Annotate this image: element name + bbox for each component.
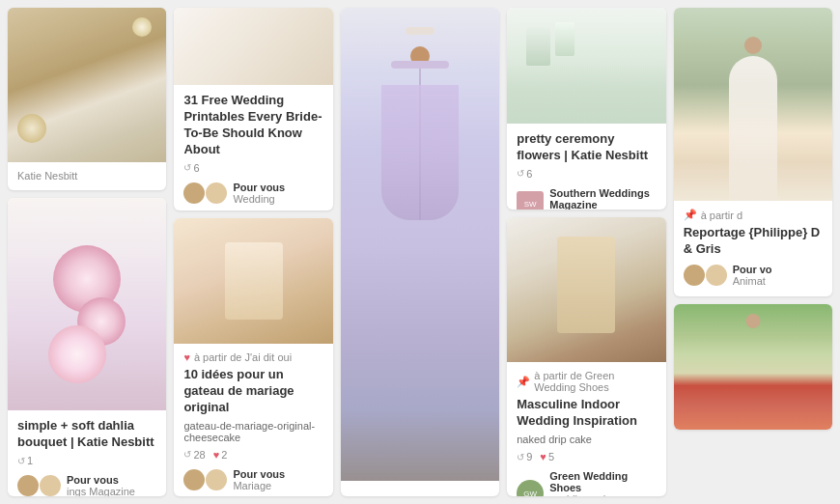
card-dress-image [341, 8, 499, 481]
card-gateau[interactable]: ♥ à partir de J'ai dit oui 10 idées pour… [174, 218, 332, 496]
dahlia-avatar [17, 475, 61, 496]
ceremony-avatar: SW [517, 191, 544, 210]
card-dahlia-user: Pour vous ings Magazine [17, 474, 156, 496]
card-dahlia-body: simple + soft dahlia bouquet | Katie Nes… [8, 410, 166, 496]
card-redshirt[interactable] [674, 304, 832, 430]
masculine-user-board: wedding cake + sweets [549, 493, 656, 496]
printables-avatar [183, 182, 227, 204]
dahlia-user-name: Pour vous [67, 474, 135, 486]
printables-repins: ↺ 6 [183, 162, 199, 174]
column-3 [341, 8, 499, 496]
card-gateau-image [174, 218, 332, 344]
card-dress[interactable] [341, 8, 499, 496]
repin-icon-2: ↺ [183, 162, 191, 173]
card-masculine-title: Masculine Indoor Wedding Inspiration [517, 397, 656, 430]
dahlia-repins: ↺ 1 [17, 455, 33, 466]
card-masculine-user: GW Green Wedding Shoes wedding cake + sw… [517, 470, 656, 496]
card-printables-image [174, 8, 332, 85]
gateau-user-name: Pour vous [233, 468, 285, 480]
card-printables-stats: ↺ 6 [183, 162, 322, 174]
gateau-likes: ♥ 2 [213, 449, 228, 461]
card-masculine-body: 📌 à partir de Green Wedding Shoes Mascul… [507, 362, 665, 496]
masculine-repins: ↺ 9 [517, 451, 532, 462]
card-ceremony-image [507, 8, 665, 124]
card-flowers-table-image [8, 8, 166, 162]
gateau-user-board: Mariage [233, 480, 285, 491]
card-gateau-body: ♥ à partir de J'ai dit oui 10 idées pour… [174, 344, 332, 496]
masculine-user-name: Green Wedding Shoes [549, 470, 656, 493]
card-ceremony-stats: ↺ 6 [517, 168, 656, 180]
card-reportage-source-text: à partir d [701, 210, 742, 221]
ceremony-repins: ↺ 6 [517, 168, 532, 180]
column-4: pretty ceremony flowers | Katie Nesbitt … [507, 8, 665, 496]
card-flowers-table[interactable]: Katie Nesbitt [8, 8, 166, 190]
card-ceremony-body: pretty ceremony flowers | Katie Nesbitt … [507, 124, 665, 210]
reportage-user-info: Pour vo Animat [733, 264, 772, 287]
masculine-likes: ♥ 5 [540, 451, 554, 462]
masculine-avatar: GW [517, 480, 544, 496]
card-ceremony-user: SW Southern Weddings Magazine Southern C… [517, 187, 656, 210]
gateau-avatar [183, 469, 227, 490]
card-masculine[interactable]: 📌 à partir de Green Wedding Shoes Mascul… [507, 217, 665, 496]
card-printables-body: 31 Free Wedding Printables Every Bride-T… [174, 85, 332, 210]
ceremony-user-name: Southern Weddings Magazine [549, 187, 656, 210]
card-masculine-subtitle: naked drip cake [517, 434, 656, 445]
card-printables-user: Pour vous Wedding [183, 182, 322, 205]
card-reportage-body: 📌 à partir d Reportage {Philippe} D & Gr… [674, 201, 832, 296]
masonry-grid: Katie Nesbitt simple + soft dahlia bouqu… [0, 0, 840, 504]
avatar-r2 [706, 265, 727, 286]
column-2: 31 Free Wedding Printables Every Bride-T… [174, 8, 332, 496]
reportage-user-board: Animat [733, 275, 772, 287]
card-redshirt-image [674, 304, 832, 430]
dahlia-user-info: Pour vous ings Magazine [67, 474, 135, 496]
column-1: Katie Nesbitt simple + soft dahlia bouqu… [8, 8, 166, 496]
printables-user-info: Pour vous Wedding [233, 182, 285, 205]
printables-user-name: Pour vous [233, 182, 285, 193]
card-ceremony[interactable]: pretty ceremony flowers | Katie Nesbitt … [507, 8, 665, 210]
gateau-repins: ↺ 28 [183, 449, 205, 461]
repin-icon-3: ↺ [183, 449, 191, 460]
avatar-r1 [684, 265, 705, 286]
card-dahlia-stats: ↺ 1 [17, 455, 156, 466]
avatar-1 [17, 475, 39, 496]
card-masculine-source: 📌 à partir de Green Wedding Shoes [517, 370, 656, 393]
masculine-user-info: Green Wedding Shoes wedding cake + sweet… [549, 470, 656, 496]
card-reportage-user: Pour vo Animat [684, 264, 823, 287]
repin-icon-5: ↺ [517, 452, 524, 462]
card-gateau-title: 10 idées pour un gateau de mariage origi… [183, 367, 322, 416]
card-printables[interactable]: 31 Free Wedding Printables Every Bride-T… [174, 8, 332, 210]
card-gateau-subtitle: gateau-de-mariage-original-cheesecake [183, 420, 322, 443]
card-dahlia[interactable]: simple + soft dahlia bouquet | Katie Nes… [8, 198, 166, 496]
card-masculine-image [507, 217, 665, 362]
printables-user-board: Wedding [233, 193, 285, 205]
flowers-table-caption: Katie Nesbitt [8, 162, 166, 190]
repin-icon-4: ↺ [517, 168, 524, 179]
card-gateau-source-text: à partir de J'ai dit oui [194, 351, 292, 363]
card-dahlia-title: simple + soft dahlia bouquet | Katie Nes… [17, 418, 156, 451]
card-reportage-source: 📌 à partir d [684, 209, 823, 221]
card-gateau-user: Pour vous Mariage [183, 468, 322, 491]
card-ceremony-title: pretty ceremony flowers | Katie Nesbitt [517, 131, 656, 164]
repin-icon: ↺ [17, 456, 25, 466]
avatar-2 [40, 475, 61, 496]
flowers-table-author: Katie Nesbitt [17, 170, 156, 182]
dahlia-user-board: ings Magazine [67, 486, 135, 496]
card-printables-title: 31 Free Wedding Printables Every Bride-T… [183, 93, 322, 158]
card-masculine-stats: ↺ 9 ♥ 5 [517, 451, 656, 462]
heart-icon-5: ♥ [540, 451, 546, 462]
card-gateau-stats: ↺ 28 ♥ 2 [183, 449, 322, 461]
pin-source-icon: 📌 [517, 376, 530, 388]
heart-icon-3: ♥ [213, 449, 220, 461]
reportage-avatar [684, 265, 727, 286]
avatar-3 [183, 182, 205, 204]
card-reportage-title: Reportage {Philippe} D & Gris [684, 225, 823, 258]
avatar-5 [183, 469, 205, 490]
column-5: 📌 à partir d Reportage {Philippe} D & Gr… [674, 8, 832, 496]
ceremony-user-info: Southern Weddings Magazine Southern Cere… [549, 187, 656, 210]
heart-source-icon: ♥ [183, 351, 190, 363]
card-dahlia-image [8, 198, 166, 410]
gateau-user-info: Pour vous Mariage [233, 468, 285, 491]
avatar-6 [206, 469, 227, 490]
card-reportage[interactable]: 📌 à partir d Reportage {Philippe} D & Gr… [674, 8, 832, 296]
card-masculine-source-text: à partir de Green Wedding Shoes [534, 370, 656, 393]
